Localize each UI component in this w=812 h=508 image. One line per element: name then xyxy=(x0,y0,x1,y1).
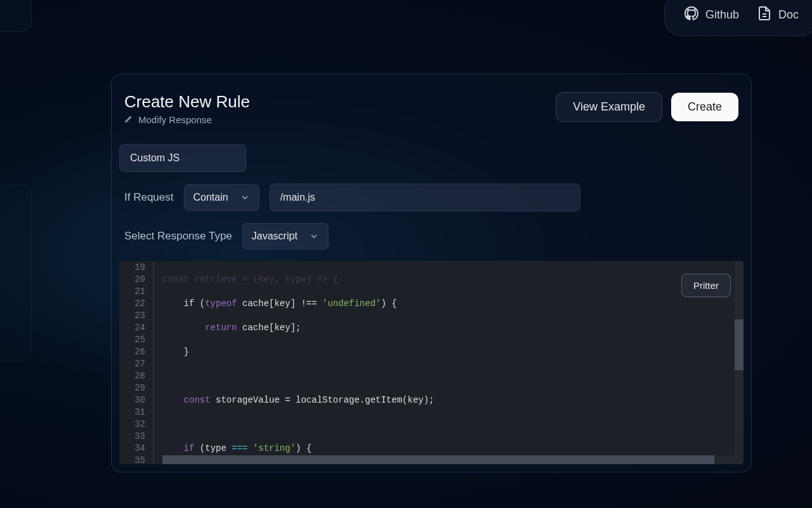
code-editor[interactable]: Pritter 19202122232425262728293031323334… xyxy=(119,261,743,464)
create-rule-card: Create New Rule Modify Response View Exa… xyxy=(111,74,752,472)
left-decoration-box xyxy=(0,0,32,32)
request-match-row: If Request Contain xyxy=(112,184,751,211)
nav-github-link[interactable]: Github xyxy=(684,6,739,24)
github-icon xyxy=(684,6,699,24)
nav-docs-label: Doc xyxy=(778,8,799,22)
match-type-select[interactable]: Contain xyxy=(184,184,259,211)
url-input[interactable] xyxy=(270,184,580,211)
pencil-icon xyxy=(124,114,133,125)
rule-name-row xyxy=(112,144,751,172)
chevron-down-icon xyxy=(240,192,250,203)
view-example-button[interactable]: View Example xyxy=(556,92,662,122)
scrollbar-vertical[interactable] xyxy=(735,319,743,370)
nav-docs-link[interactable]: Doc xyxy=(757,6,799,24)
scrollbar-horizontal[interactable] xyxy=(162,455,714,464)
if-request-label: If Request xyxy=(119,191,174,204)
left-decoration-box-2 xyxy=(0,184,32,362)
create-button[interactable]: Create xyxy=(671,93,738,121)
document-icon xyxy=(757,6,772,24)
nav-github-label: Github xyxy=(705,8,739,22)
code-content[interactable]: const retrieve = (key, type) => { if (ty… xyxy=(162,262,743,464)
response-type-label: Select Response Type xyxy=(119,230,232,243)
card-title: Create New Rule xyxy=(124,92,250,112)
chevron-down-icon xyxy=(309,231,319,241)
subtitle-text: Modify Response xyxy=(138,114,212,125)
pritter-button[interactable]: Pritter xyxy=(681,274,731,297)
rule-name-input[interactable] xyxy=(119,144,246,172)
response-type-value: Javascript xyxy=(252,231,298,242)
match-type-value: Contain xyxy=(193,192,228,203)
header-actions: View Example Create xyxy=(556,92,738,122)
response-type-select[interactable]: Javascript xyxy=(242,223,329,250)
card-header: Create New Rule Modify Response View Exa… xyxy=(112,92,751,125)
top-nav: Github Doc xyxy=(664,0,812,36)
line-gutter: 192021222324252627282930313233343536 xyxy=(119,261,154,464)
response-type-row: Select Response Type Javascript xyxy=(112,223,751,250)
title-group: Create New Rule Modify Response xyxy=(124,92,250,125)
card-subtitle: Modify Response xyxy=(124,114,250,125)
